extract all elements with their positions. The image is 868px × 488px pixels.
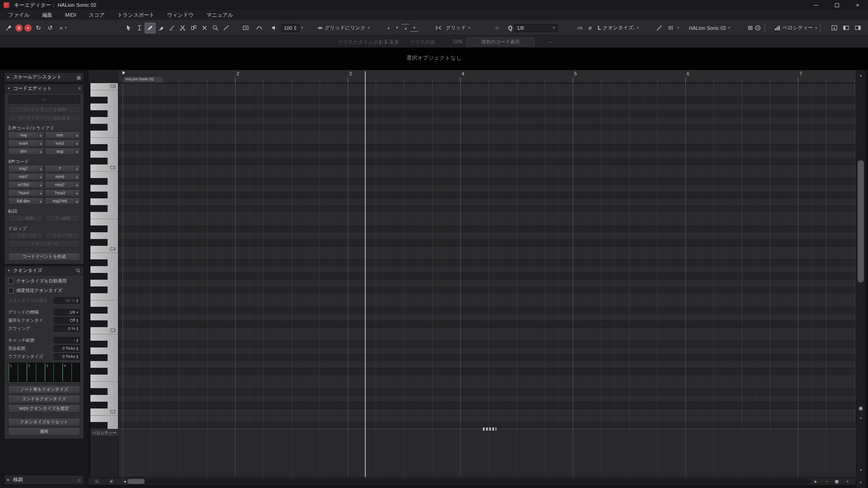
snap-button[interactable] <box>433 23 443 33</box>
chord-7sus2-button[interactable]: 7sus2▶ <box>45 189 80 197</box>
part-selector-dropdown[interactable]: HALion Sonic 02 ▾ <box>689 25 730 31</box>
chord-submenu-icon[interactable]: ▶ <box>75 140 80 146</box>
h-zoom-in-button[interactable]: + <box>844 479 850 484</box>
chord-submenu-icon[interactable]: ▶ <box>75 198 80 204</box>
scroll-up-button[interactable]: ▲ <box>856 71 865 79</box>
editor-grid-icon[interactable]: ⊞ <box>748 24 753 31</box>
clock-icon[interactable] <box>755 24 761 31</box>
chord-submenu-icon[interactable]: ▶ <box>38 132 43 138</box>
auto-scroll-options-dropdown[interactable]: ≡ ▾ <box>60 25 66 31</box>
vertical-scrollbar[interactable]: ▲ + ▼ + <box>856 70 865 488</box>
chord-sus4-button[interactable]: sus4▶ <box>8 140 44 147</box>
stepper-icon[interactable] <box>76 355 78 359</box>
match-chord-track-button[interactable]: コードトラックに合わせる <box>8 114 80 122</box>
split-tool[interactable] <box>177 23 188 33</box>
chord-maj7s5-button[interactable]: maj7/#5▶ <box>45 197 80 205</box>
create-chord-event-button[interactable]: コードイベントを作成 <box>8 253 80 261</box>
menu-manual[interactable]: マニュアル <box>200 10 240 20</box>
pin-button[interactable] <box>4 23 14 33</box>
strength-field[interactable]: 60 % <box>54 297 80 304</box>
current-chord-display[interactable]: 現在のコード表示 <box>467 38 534 46</box>
quantize-lengths-button[interactable]: ノート長をクオンタイズ <box>8 385 80 394</box>
freeze-quantize-button[interactable]: MIDI クオンタイズを固定 <box>8 404 80 413</box>
glue-tool[interactable] <box>188 23 199 33</box>
move-to-top-button[interactable]: ▲ <box>402 24 410 32</box>
nudge-down-button[interactable]: ▼ <box>393 24 401 32</box>
horizontal-scroll-thumb[interactable] <box>127 479 145 484</box>
solo-editor-button[interactable]: S <box>15 24 23 32</box>
chord-editing-header[interactable]: ▼ コードエディット ≡ <box>5 84 84 93</box>
timeline-ruler[interactable]: 2 3 4 5 6 7 HALion Sonic 02 <box>118 70 856 83</box>
scroll-right-button[interactable]: ▶ <box>813 479 819 484</box>
range-tool[interactable] <box>134 23 145 33</box>
chord-submenu-icon[interactable]: ▶ <box>38 190 43 196</box>
chord-fulldim-button[interactable]: full dim▶ <box>8 197 44 205</box>
playhead[interactable] <box>365 71 366 477</box>
setup-toolbar-button[interactable] <box>853 23 863 33</box>
chord-7-button[interactable]: 7▶ <box>45 165 80 172</box>
drop2-button[interactable]: ドロップ2 <box>8 232 44 239</box>
chord-min7-button[interactable]: min7▶ <box>8 173 44 180</box>
select-tool[interactable] <box>123 23 134 33</box>
stepper-icon[interactable] <box>76 319 78 323</box>
nudge-up-button[interactable]: ▲ <box>385 24 392 32</box>
line-tool[interactable] <box>221 23 231 33</box>
scroll-left-button[interactable]: ◀ <box>122 479 127 484</box>
menu-midi[interactable]: MIDI <box>59 10 82 20</box>
drop3-button[interactable]: ドロップ3 <box>45 232 80 239</box>
maximize-button[interactable] <box>826 0 847 10</box>
close-button[interactable]: ✕ <box>847 0 868 10</box>
tuplet-field[interactable]: Off <box>54 317 80 324</box>
grid-link-dropdown[interactable]: グリッドにリンク ▾ <box>325 24 369 31</box>
drop24-button[interactable]: ドロップ2 + 4 <box>8 240 80 247</box>
stepper-icon[interactable] <box>76 347 78 351</box>
grid-spacing-field[interactable]: 1/8▾ <box>54 309 80 315</box>
chord-submenu-icon[interactable]: ▶ <box>75 174 80 180</box>
grid-plusminus-icon[interactable]: -|+ <box>495 26 500 30</box>
insert-velocity-value[interactable]: 100 <box>281 24 299 32</box>
mute-tool[interactable] <box>199 23 210 33</box>
v-zoom-in-button[interactable]: + <box>856 414 865 422</box>
chord-dim-button[interactable]: dim▶ <box>8 148 44 155</box>
move-to-bottom-button[interactable]: ▼ <box>410 24 418 32</box>
quantize-panel-icon[interactable]: e <box>589 25 592 31</box>
note-grid[interactable] <box>118 83 856 429</box>
curve-mode-button[interactable] <box>254 23 264 33</box>
apply-quantize-button[interactable]: 適用 <box>8 427 80 436</box>
menu-edit[interactable]: 編集 <box>36 10 59 20</box>
menu-score[interactable]: スコア <box>82 10 111 20</box>
auto-scroll-button[interactable]: ↺ <box>45 23 55 33</box>
velocity-options-chevron-icon[interactable]: ▾ <box>301 26 303 30</box>
stepper-icon[interactable] <box>76 338 78 343</box>
chord-submenu-icon[interactable]: ▶ <box>38 148 43 155</box>
transpose-header[interactable]: ▶ 移調 ♫ <box>5 475 84 484</box>
stepper-icon[interactable] <box>76 299 78 303</box>
draw-tool[interactable] <box>145 23 156 33</box>
part-name-tag[interactable]: HALion Sonic 02 <box>123 76 164 83</box>
lane-zoom-in-button[interactable]: + <box>856 479 865 486</box>
chord-submenu-icon[interactable]: ▶ <box>75 165 80 172</box>
chord-submenu-icon[interactable]: ▶ <box>38 174 43 180</box>
reset-quantize-button[interactable]: クオンタイズをリセット <box>8 418 80 426</box>
rough-quantize-field[interactable]: 0 Ticks <box>54 353 80 360</box>
chord-submenu-icon[interactable]: ▶ <box>75 190 80 196</box>
quantize-header[interactable]: ▼ クオンタイズ <box>5 266 84 275</box>
part-start-marker[interactable] <box>123 71 125 75</box>
vertical-scroll-thumb[interactable] <box>858 160 864 282</box>
menu-transport[interactable]: トランスポート <box>111 10 161 20</box>
chord-m7b5-button[interactable]: m7/b5▶ <box>8 181 44 188</box>
add-lane-button[interactable]: + <box>94 479 100 484</box>
minimize-button[interactable] <box>806 0 826 10</box>
chord-submenu-icon[interactable]: ▶ <box>75 182 80 188</box>
chord-submenu-icon[interactable]: ▶ <box>38 182 43 188</box>
quantize-ends-button[interactable]: エンドをクオンタイズ <box>8 395 80 403</box>
lane-select-button[interactable]: ▼ <box>108 479 114 484</box>
horizontal-scrollbar[interactable] <box>127 479 811 484</box>
velocity-lane-tag[interactable]: ベロシティー <box>90 429 118 436</box>
move-up-button[interactable]: 上へ移動 <box>8 215 44 222</box>
event-colors-dropdown[interactable]: ベロシティー ▾ <box>783 24 817 31</box>
chord-min6-button[interactable]: min6▶ <box>45 173 80 180</box>
menu-window[interactable]: ウィンドウ <box>161 10 200 20</box>
chord-sus2-button[interactable]: sus2▶ <box>45 140 80 147</box>
loop-button[interactable]: ↻ <box>33 23 43 33</box>
